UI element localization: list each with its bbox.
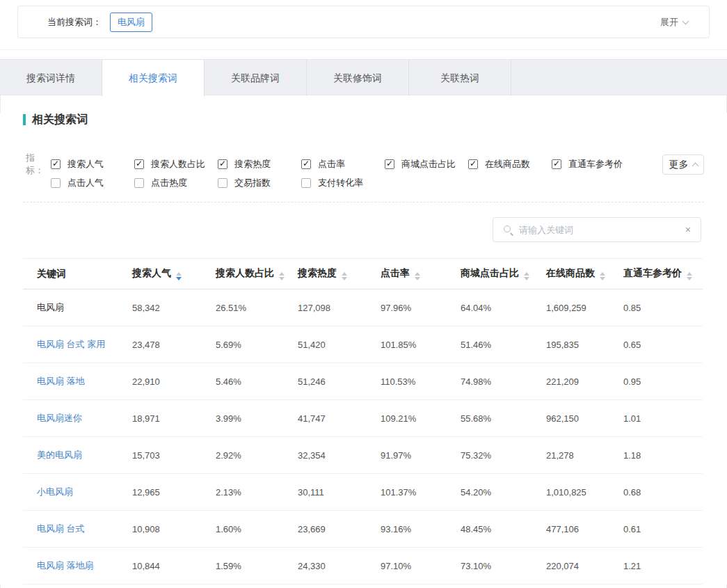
value-cell-search-user-ratio: 2.13% (202, 474, 284, 511)
table-row: 电风扇58,34226.51%127,09897.96%64.04%1,609,… (23, 289, 703, 326)
sort-icon[interactable] (342, 272, 347, 280)
sort-icon[interactable] (279, 272, 285, 280)
checkbox-label: 搜索人数占比 (151, 158, 205, 170)
tab-search-term-detail[interactable]: 搜索词详情 (0, 60, 102, 96)
metric-option-search-popularity[interactable]: 搜索人气 (51, 158, 134, 170)
related-keywords-table: 关键词搜索人气搜索人数占比搜索热度点击率商城点击占比在线商品数直通车参考价 电风… (23, 258, 703, 585)
tab-related-brand-terms[interactable]: 关联品牌词 (205, 60, 307, 96)
tab-related-hot-terms[interactable]: 关联热词 (409, 60, 511, 96)
checkbox-click-popularity[interactable] (51, 178, 61, 188)
value-cell-click-rate: 110.53% (367, 363, 447, 400)
value-cell-mall-click-ratio: 48.45% (447, 511, 532, 548)
value-cell-search-user-ratio: 2.92% (202, 437, 284, 474)
value-cell-online-products: 477,106 (532, 511, 609, 548)
column-header-search-popularity[interactable]: 搜索人气 (118, 259, 202, 289)
metric-option-payment-conversion-rate[interactable]: 支付转化率 (301, 177, 385, 189)
value-cell-ztc-reference-price: 1.21 (609, 548, 703, 585)
value-cell-search-popularity: 22,910 (118, 363, 202, 400)
metric-option-search-heat[interactable]: 搜索热度 (218, 158, 301, 170)
checkbox-payment-conversion-rate[interactable] (301, 178, 311, 188)
metric-option-search-user-ratio[interactable]: 搜索人数占比 (134, 158, 218, 170)
checkbox-label: 点击率 (318, 158, 345, 170)
checkbox-label: 点击热度 (151, 177, 187, 189)
value-cell-click-rate: 93.16% (367, 511, 447, 548)
expand-button-label: 展开 (660, 16, 678, 29)
value-cell-mall-click-ratio: 55.68% (447, 400, 532, 437)
column-header-label: 直通车参考价 (623, 267, 682, 278)
checkbox-label: 直通车参考价 (568, 158, 623, 170)
sort-icon[interactable] (176, 272, 182, 280)
checkbox-search-popularity[interactable] (51, 159, 61, 169)
clear-search-icon[interactable]: × (684, 223, 692, 236)
search-row: × (0, 217, 701, 242)
value-cell-online-products: 1,010,825 (532, 474, 609, 511)
value-cell-search-popularity: 58,342 (118, 289, 202, 326)
checkbox-label: 搜索人气 (67, 158, 104, 170)
checkbox-search-heat[interactable] (218, 159, 227, 169)
filter-items-row-2: 点击人气点击热度交易指数支付转化率 (51, 177, 385, 189)
metric-option-ztc-reference-price[interactable]: 直通车参考价 (552, 158, 635, 170)
checkbox-click-heat[interactable] (134, 178, 144, 188)
value-cell-search-heat: 32,354 (284, 437, 367, 474)
value-cell-search-user-ratio: 1.59% (202, 548, 284, 585)
checkbox-label: 点击人气 (67, 177, 104, 189)
checkbox-search-user-ratio[interactable] (134, 159, 144, 169)
checkbox-transaction-index[interactable] (218, 178, 227, 188)
value-cell-mall-click-ratio: 64.04% (447, 289, 532, 326)
metric-option-click-heat[interactable]: 点击热度 (134, 177, 218, 189)
current-search-term-tag[interactable]: 电风扇 (110, 13, 152, 32)
sort-icon[interactable] (600, 272, 605, 280)
keyword-link[interactable]: 电风扇 落地扇 (23, 548, 118, 585)
value-cell-click-rate: 101.85% (367, 326, 447, 363)
value-cell-ztc-reference-price: 0.68 (609, 474, 703, 511)
keyword-link[interactable]: 美的电风扇 (23, 437, 118, 474)
keyword-search-box[interactable]: × (493, 217, 701, 242)
checkbox-online-products[interactable] (468, 159, 478, 169)
value-cell-search-user-ratio: 5.46% (202, 363, 284, 400)
section-header: 相关搜索词 (23, 113, 727, 127)
content: 相关搜索词 指标： 搜索人气搜索人数占比搜索热度点击率商城点击占比在线商品数直通… (0, 113, 727, 585)
current-search-term-bar: 当前搜索词： 电风扇 展开 (17, 6, 710, 38)
value-cell-ztc-reference-price: 0.61 (609, 511, 703, 548)
column-header-click-rate[interactable]: 点击率 (367, 259, 447, 289)
section-title-marker (23, 114, 26, 125)
keyword-link[interactable]: 电风扇 台式 家用 (23, 326, 118, 363)
checkbox-click-rate[interactable] (301, 159, 311, 169)
value-cell-search-popularity: 15,703 (118, 437, 202, 474)
value-cell-ztc-reference-price: 1.18 (609, 437, 703, 474)
tab-related-search-terms[interactable]: 相关搜索词 (102, 60, 205, 97)
keyword-link[interactable]: 电风扇迷你 (23, 400, 118, 437)
keyword-link[interactable]: 电风扇 台式 (23, 511, 118, 548)
divider (23, 202, 704, 202)
value-cell-ztc-reference-price: 0.65 (609, 326, 703, 363)
value-cell-online-products: 195,835 (532, 326, 609, 363)
more-button[interactable]: 更多 (662, 154, 704, 175)
value-cell-online-products: 21,278 (532, 437, 609, 474)
tab-related-modifier-terms[interactable]: 关联修饰词 (307, 60, 409, 96)
column-header-mall-click-ratio[interactable]: 商城点击占比 (447, 259, 532, 289)
column-header-ztc-reference-price[interactable]: 直通车参考价 (609, 259, 703, 289)
keyword-search-input[interactable] (519, 225, 684, 235)
metric-option-mall-click-ratio[interactable]: 商城点击占比 (385, 158, 468, 170)
column-header-online-products[interactable]: 在线商品数 (532, 259, 609, 289)
value-cell-mall-click-ratio: 54.20% (447, 474, 532, 511)
metric-option-click-popularity[interactable]: 点击人气 (51, 177, 134, 189)
keyword-link[interactable]: 小电风扇 (23, 474, 118, 511)
filter-items-row-1: 搜索人气搜索人数占比搜索热度点击率商城点击占比在线商品数直通车参考价 (51, 158, 635, 170)
sort-icon[interactable] (687, 272, 692, 280)
sort-icon[interactable] (524, 272, 529, 280)
keyword-link[interactable]: 电风扇 落地 (23, 363, 118, 400)
metric-option-click-rate[interactable]: 点击率 (301, 158, 385, 170)
expand-button[interactable]: 展开 (660, 16, 688, 29)
section-title: 相关搜索词 (32, 113, 88, 127)
column-header-label: 商城点击占比 (461, 267, 519, 278)
column-header-search-heat[interactable]: 搜索热度 (284, 259, 367, 289)
metric-option-online-products[interactable]: 在线商品数 (468, 158, 552, 170)
value-cell-search-popularity: 18,971 (118, 400, 202, 437)
value-cell-search-popularity: 12,965 (118, 474, 202, 511)
checkbox-ztc-reference-price[interactable] (552, 159, 561, 169)
sort-icon[interactable] (415, 272, 420, 280)
metric-option-transaction-index[interactable]: 交易指数 (218, 177, 301, 189)
checkbox-mall-click-ratio[interactable] (385, 159, 394, 169)
column-header-search-user-ratio[interactable]: 搜索人数占比 (202, 259, 284, 289)
